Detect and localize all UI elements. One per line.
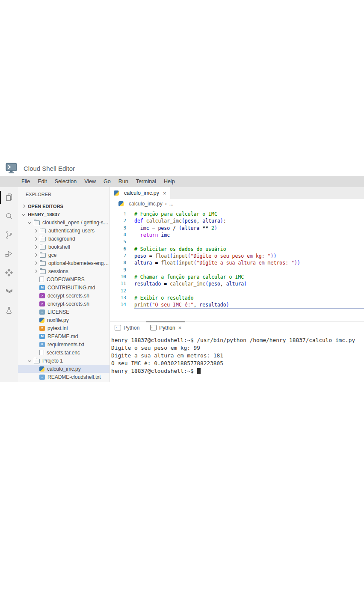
menu-item-go[interactable]: Go — [100, 176, 115, 187]
tree-item-readme-md[interactable]: MREADME.md — [18, 332, 109, 340]
screenshot-canvas: Cloud Shell Editor FileEditSelectionView… — [0, 0, 364, 589]
line-number: 12 — [110, 288, 126, 294]
explorer-sidebar: EXPLORER OPEN EDITORSHENRY_18837cloudshe… — [18, 187, 110, 382]
tree-item-noxfile-py[interactable]: noxfile.py — [18, 316, 109, 324]
tree-item-label: HENRY_18837 — [28, 212, 60, 217]
activity-extensions[interactable] — [0, 263, 18, 282]
tree-item-pytest-ini[interactable]: !!pytest.ini — [18, 324, 109, 332]
menu-item-view[interactable]: View — [80, 176, 100, 187]
tree-item-label: background — [48, 236, 75, 242]
breadcrumb-more[interactable]: ... — [169, 201, 174, 207]
tree-item-open-editors[interactable]: OPEN EDITORS — [18, 202, 109, 210]
tree-item-decrypt-secrets-sh[interactable]: >decrypt-secrets.sh — [18, 292, 109, 300]
tree-item-requirements-txt[interactable]: ≡requirements.txt — [18, 340, 109, 348]
cloud-shell-terminal-icon — [6, 163, 17, 174]
editor-tab-calculo-imc[interactable]: calculo_imc.py — [110, 187, 170, 199]
tree-item-contributing-md[interactable]: MCONTRIBUTING.md — [18, 283, 109, 292]
folder-icon — [40, 253, 46, 258]
code-line-13: 13# Exibir o resultado — [110, 294, 364, 301]
tree-item-label: noxfile.py — [47, 317, 69, 323]
cloud-shell-editor-window: Cloud Shell Editor FileEditSelectionView… — [0, 161, 364, 382]
terminal-tab-python-2[interactable]: Python — [146, 322, 185, 333]
files-icon — [4, 193, 14, 202]
menu-item-edit[interactable]: Edit — [34, 176, 51, 187]
tree-item-projeto-1[interactable]: Projeto 1 — [18, 357, 109, 365]
close-icon[interactable] — [163, 190, 166, 196]
activity-search[interactable] — [0, 207, 18, 226]
code-line-text: peso = float(input("Digite o seu peso em… — [134, 253, 276, 259]
breadcrumb[interactable]: calculo_imc.py ... — [110, 199, 364, 208]
tree-item-cloudshell-open-getting-start[interactable]: cloudshell_open / getting-start... — [18, 218, 109, 226]
tree-item-gce[interactable]: gce — [18, 251, 109, 259]
code-line-text: # Exibir o resultado — [134, 294, 193, 301]
line-number: 1 — [110, 211, 126, 217]
folder-icon — [34, 220, 40, 225]
tree-item-bookshelf[interactable]: bookshelf — [18, 243, 109, 251]
code-line-text: # Solicitar os dados do usuário — [134, 246, 226, 253]
tree-item-calculo-imc-py[interactable]: calculo_imc.py — [18, 365, 109, 373]
tree-item-label: CODEOWNERS — [47, 277, 85, 283]
folder-icon — [40, 229, 46, 233]
search-icon — [4, 211, 14, 221]
code-line-6: 6# Solicitar os dados do usuário — [110, 246, 364, 253]
tree-item-label: sessions — [48, 268, 68, 274]
code-line-text: altura = float(input("Digite a sua altur… — [134, 259, 300, 266]
terminal-tab-python-1[interactable]: Python — [111, 322, 143, 333]
chevron-right-icon — [165, 201, 167, 207]
terminal-panel: PythonPython henry_18837@cloudshell:~$ /… — [110, 321, 364, 382]
code-line-text: def calcular_imc(peso, altura): — [134, 217, 226, 224]
activity-explorer[interactable] — [0, 188, 18, 207]
activity-source-control[interactable] — [0, 226, 18, 244]
tree-item-label: calculo_imc.py — [47, 366, 81, 372]
tree-item-background[interactable]: background — [18, 235, 109, 243]
shell-icon: > — [39, 293, 45, 298]
tree-item-label: decrypt-secrets.sh — [47, 293, 89, 299]
tree-item-secrets-tar-enc[interactable]: secrets.tar.enc — [18, 348, 109, 357]
line-number: 11 — [110, 280, 126, 287]
editor-tab-bar: calculo_imc.py — [110, 187, 364, 199]
terminal-icon — [115, 325, 121, 330]
folder-icon — [40, 245, 46, 250]
activity-tests[interactable] — [0, 301, 18, 320]
python-icon — [118, 201, 124, 206]
menu-item-file[interactable]: File — [18, 176, 34, 187]
code-editor[interactable]: 1# Função para calcular o IMC2def calcul… — [110, 208, 364, 321]
tree-item-label: README-cloudshell.txt — [47, 374, 101, 380]
terminal-output[interactable]: henry_18837@cloudshell:~$ /usr/bin/pytho… — [110, 333, 364, 375]
chevron-right-icon — [34, 253, 37, 256]
code-line-2: 2def calcular_imc(peso, altura): — [110, 217, 364, 224]
code-line-12: 12 — [110, 288, 364, 294]
window-header: Cloud Shell Editor — [0, 161, 364, 176]
tree-item-readme-cloudshell-txt[interactable]: ≡README-cloudshell.txt — [18, 373, 109, 381]
menu-item-run[interactable]: Run — [115, 176, 132, 187]
menu-item-terminal[interactable]: Terminal — [132, 176, 160, 187]
code-line-text: resultado = calcular_imc(peso, altura) — [134, 280, 247, 287]
chevron-right-icon — [22, 204, 25, 208]
tree-item-label: LICENSE — [47, 309, 69, 315]
tree-item-sessions[interactable]: sessions — [18, 267, 109, 275]
code-line-9: 9 — [110, 267, 364, 274]
menu-item-selection[interactable]: Selection — [51, 176, 80, 187]
menu-item-help[interactable]: Help — [160, 176, 179, 187]
file-tree: OPEN EDITORSHENRY_18837cloudshell_open /… — [18, 202, 109, 381]
tree-item-henry-18837[interactable]: HENRY_18837 — [18, 210, 109, 218]
close-icon[interactable] — [178, 324, 182, 331]
tree-item-optional-kubernetes-engine[interactable]: optional-kubernetes-engine — [18, 259, 109, 267]
tree-item-authenticating-users[interactable]: authenticating-users — [18, 226, 109, 235]
tree-item-codeowners[interactable]: CODEOWNERS — [18, 275, 109, 283]
activity-run-debug[interactable] — [0, 244, 18, 263]
terminal-line: Digite a sua altura em metros: 181 — [111, 352, 364, 360]
activity-terraform[interactable] — [0, 282, 18, 301]
tree-item-license[interactable]: ≡LICENSE — [18, 308, 109, 316]
breadcrumb-file[interactable]: calculo_imc.py — [129, 201, 163, 207]
text-icon: ≡ — [39, 342, 45, 347]
tree-item-label: gce — [48, 252, 56, 258]
line-number: 4 — [110, 232, 126, 238]
chevron-right-icon — [34, 261, 37, 265]
chevron-right-icon — [34, 237, 37, 240]
git-branch-icon — [4, 230, 14, 240]
ini-icon: !! — [39, 326, 45, 331]
tree-item-encrypt-secrets-sh[interactable]: >encrypt-secrets.sh — [18, 300, 109, 308]
line-number: 10 — [110, 274, 126, 280]
code-line-14: 14print("O seu IMC é:", resultado) — [110, 301, 364, 308]
